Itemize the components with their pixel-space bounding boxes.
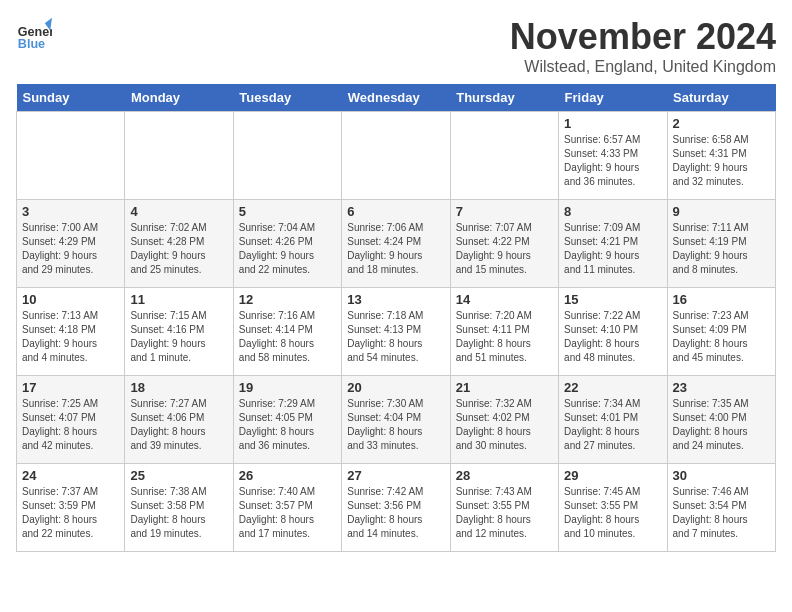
day-info: Sunrise: 7:15 AM Sunset: 4:16 PM Dayligh… [130, 309, 227, 365]
title-area: November 2024 Wilstead, England, United … [510, 16, 776, 76]
day-number: 1 [564, 116, 661, 131]
calendar-cell: 17Sunrise: 7:25 AM Sunset: 4:07 PM Dayli… [17, 376, 125, 464]
day-info: Sunrise: 7:20 AM Sunset: 4:11 PM Dayligh… [456, 309, 553, 365]
calendar-cell: 18Sunrise: 7:27 AM Sunset: 4:06 PM Dayli… [125, 376, 233, 464]
week-row: 10Sunrise: 7:13 AM Sunset: 4:18 PM Dayli… [17, 288, 776, 376]
day-info: Sunrise: 7:32 AM Sunset: 4:02 PM Dayligh… [456, 397, 553, 453]
calendar-cell [450, 112, 558, 200]
col-header-wednesday: Wednesday [342, 84, 450, 112]
week-row: 17Sunrise: 7:25 AM Sunset: 4:07 PM Dayli… [17, 376, 776, 464]
calendar-cell: 7Sunrise: 7:07 AM Sunset: 4:22 PM Daylig… [450, 200, 558, 288]
calendar-cell: 3Sunrise: 7:00 AM Sunset: 4:29 PM Daylig… [17, 200, 125, 288]
day-info: Sunrise: 7:02 AM Sunset: 4:28 PM Dayligh… [130, 221, 227, 277]
month-title: November 2024 [510, 16, 776, 58]
day-info: Sunrise: 7:04 AM Sunset: 4:26 PM Dayligh… [239, 221, 336, 277]
calendar-cell: 6Sunrise: 7:06 AM Sunset: 4:24 PM Daylig… [342, 200, 450, 288]
day-number: 25 [130, 468, 227, 483]
day-number: 14 [456, 292, 553, 307]
logo: General Blue [16, 16, 52, 52]
day-number: 23 [673, 380, 770, 395]
col-header-thursday: Thursday [450, 84, 558, 112]
day-number: 28 [456, 468, 553, 483]
day-number: 6 [347, 204, 444, 219]
header: General Blue November 2024 Wilstead, Eng… [16, 16, 776, 76]
calendar-cell: 28Sunrise: 7:43 AM Sunset: 3:55 PM Dayli… [450, 464, 558, 552]
day-info: Sunrise: 7:37 AM Sunset: 3:59 PM Dayligh… [22, 485, 119, 541]
day-number: 3 [22, 204, 119, 219]
day-info: Sunrise: 7:40 AM Sunset: 3:57 PM Dayligh… [239, 485, 336, 541]
calendar-cell: 25Sunrise: 7:38 AM Sunset: 3:58 PM Dayli… [125, 464, 233, 552]
day-number: 4 [130, 204, 227, 219]
day-info: Sunrise: 7:06 AM Sunset: 4:24 PM Dayligh… [347, 221, 444, 277]
day-info: Sunrise: 7:29 AM Sunset: 4:05 PM Dayligh… [239, 397, 336, 453]
day-info: Sunrise: 7:07 AM Sunset: 4:22 PM Dayligh… [456, 221, 553, 277]
day-info: Sunrise: 7:46 AM Sunset: 3:54 PM Dayligh… [673, 485, 770, 541]
calendar-cell: 21Sunrise: 7:32 AM Sunset: 4:02 PM Dayli… [450, 376, 558, 464]
svg-text:Blue: Blue [18, 37, 45, 51]
calendar-cell: 23Sunrise: 7:35 AM Sunset: 4:00 PM Dayli… [667, 376, 775, 464]
day-info: Sunrise: 7:11 AM Sunset: 4:19 PM Dayligh… [673, 221, 770, 277]
calendar-cell: 16Sunrise: 7:23 AM Sunset: 4:09 PM Dayli… [667, 288, 775, 376]
day-info: Sunrise: 7:45 AM Sunset: 3:55 PM Dayligh… [564, 485, 661, 541]
calendar-cell: 8Sunrise: 7:09 AM Sunset: 4:21 PM Daylig… [559, 200, 667, 288]
calendar-cell: 12Sunrise: 7:16 AM Sunset: 4:14 PM Dayli… [233, 288, 341, 376]
week-row: 24Sunrise: 7:37 AM Sunset: 3:59 PM Dayli… [17, 464, 776, 552]
calendar-cell [125, 112, 233, 200]
col-header-friday: Friday [559, 84, 667, 112]
col-header-sunday: Sunday [17, 84, 125, 112]
day-number: 11 [130, 292, 227, 307]
header-row: SundayMondayTuesdayWednesdayThursdayFrid… [17, 84, 776, 112]
calendar-cell: 5Sunrise: 7:04 AM Sunset: 4:26 PM Daylig… [233, 200, 341, 288]
calendar-cell: 10Sunrise: 7:13 AM Sunset: 4:18 PM Dayli… [17, 288, 125, 376]
day-info: Sunrise: 7:00 AM Sunset: 4:29 PM Dayligh… [22, 221, 119, 277]
day-number: 21 [456, 380, 553, 395]
col-header-saturday: Saturday [667, 84, 775, 112]
day-number: 15 [564, 292, 661, 307]
day-info: Sunrise: 7:43 AM Sunset: 3:55 PM Dayligh… [456, 485, 553, 541]
col-header-tuesday: Tuesday [233, 84, 341, 112]
calendar-cell: 14Sunrise: 7:20 AM Sunset: 4:11 PM Dayli… [450, 288, 558, 376]
calendar-table: SundayMondayTuesdayWednesdayThursdayFrid… [16, 84, 776, 552]
day-info: Sunrise: 7:34 AM Sunset: 4:01 PM Dayligh… [564, 397, 661, 453]
day-info: Sunrise: 7:25 AM Sunset: 4:07 PM Dayligh… [22, 397, 119, 453]
calendar-cell [233, 112, 341, 200]
calendar-cell: 27Sunrise: 7:42 AM Sunset: 3:56 PM Dayli… [342, 464, 450, 552]
day-number: 18 [130, 380, 227, 395]
day-number: 7 [456, 204, 553, 219]
day-number: 27 [347, 468, 444, 483]
day-info: Sunrise: 7:35 AM Sunset: 4:00 PM Dayligh… [673, 397, 770, 453]
day-number: 19 [239, 380, 336, 395]
day-number: 9 [673, 204, 770, 219]
day-number: 17 [22, 380, 119, 395]
calendar-cell: 30Sunrise: 7:46 AM Sunset: 3:54 PM Dayli… [667, 464, 775, 552]
week-row: 3Sunrise: 7:00 AM Sunset: 4:29 PM Daylig… [17, 200, 776, 288]
calendar-cell: 19Sunrise: 7:29 AM Sunset: 4:05 PM Dayli… [233, 376, 341, 464]
calendar-cell: 15Sunrise: 7:22 AM Sunset: 4:10 PM Dayli… [559, 288, 667, 376]
day-number: 29 [564, 468, 661, 483]
week-row: 1Sunrise: 6:57 AM Sunset: 4:33 PM Daylig… [17, 112, 776, 200]
day-info: Sunrise: 6:58 AM Sunset: 4:31 PM Dayligh… [673, 133, 770, 189]
calendar-cell [342, 112, 450, 200]
day-number: 22 [564, 380, 661, 395]
day-info: Sunrise: 7:13 AM Sunset: 4:18 PM Dayligh… [22, 309, 119, 365]
day-info: Sunrise: 7:27 AM Sunset: 4:06 PM Dayligh… [130, 397, 227, 453]
day-number: 13 [347, 292, 444, 307]
calendar-cell: 13Sunrise: 7:18 AM Sunset: 4:13 PM Dayli… [342, 288, 450, 376]
day-info: Sunrise: 7:18 AM Sunset: 4:13 PM Dayligh… [347, 309, 444, 365]
day-info: Sunrise: 7:22 AM Sunset: 4:10 PM Dayligh… [564, 309, 661, 365]
location-title: Wilstead, England, United Kingdom [510, 58, 776, 76]
day-info: Sunrise: 7:38 AM Sunset: 3:58 PM Dayligh… [130, 485, 227, 541]
day-info: Sunrise: 7:30 AM Sunset: 4:04 PM Dayligh… [347, 397, 444, 453]
calendar-cell [17, 112, 125, 200]
day-number: 24 [22, 468, 119, 483]
day-info: Sunrise: 6:57 AM Sunset: 4:33 PM Dayligh… [564, 133, 661, 189]
calendar-cell: 2Sunrise: 6:58 AM Sunset: 4:31 PM Daylig… [667, 112, 775, 200]
calendar-cell: 4Sunrise: 7:02 AM Sunset: 4:28 PM Daylig… [125, 200, 233, 288]
calendar-cell: 9Sunrise: 7:11 AM Sunset: 4:19 PM Daylig… [667, 200, 775, 288]
col-header-monday: Monday [125, 84, 233, 112]
day-number: 12 [239, 292, 336, 307]
day-number: 2 [673, 116, 770, 131]
calendar-cell: 22Sunrise: 7:34 AM Sunset: 4:01 PM Dayli… [559, 376, 667, 464]
calendar-cell: 29Sunrise: 7:45 AM Sunset: 3:55 PM Dayli… [559, 464, 667, 552]
day-info: Sunrise: 7:23 AM Sunset: 4:09 PM Dayligh… [673, 309, 770, 365]
